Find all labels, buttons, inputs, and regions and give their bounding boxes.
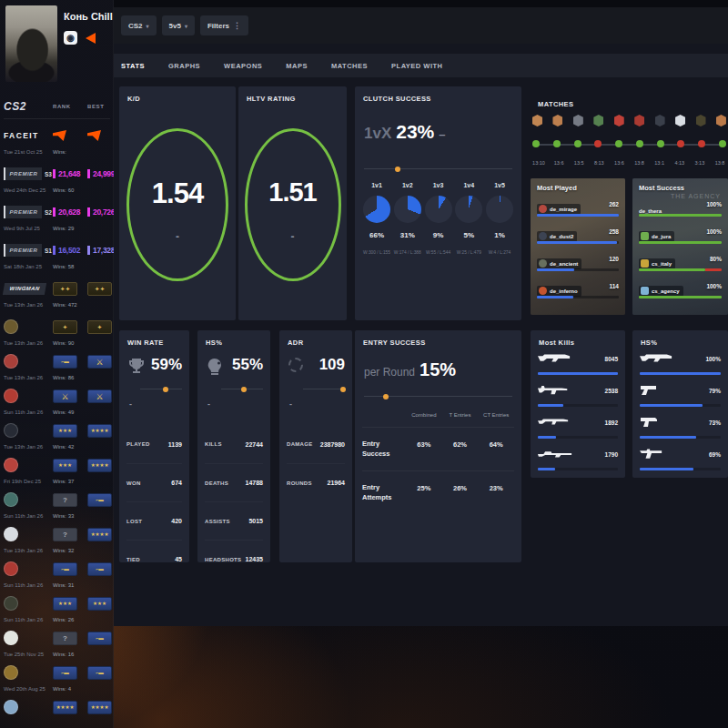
rank-badge: ✦ [53,320,77,334]
background-signage-text: THE AGENCY [671,193,721,199]
match-map-icon[interactable] [593,115,603,126]
match-result-dot[interactable] [615,140,622,147]
weapon-value: 79% [709,388,721,394]
map-row[interactable]: de_ancient 120 [537,255,619,271]
sidebar-row-map[interactable]: ★★★★★★★★ [0,695,114,728]
match-map-icon[interactable] [655,115,665,126]
rank-badge: ? [53,632,77,645]
weapon-hs-card: HS% 100% 79% 73% 69% [632,330,728,478]
match-map-icon[interactable] [614,115,624,126]
map-icon [4,527,18,541]
sidebar-row-premier-s2[interactable]: PREMIERS2 20,628 20,726 Wed 9th Jul 25 W… [0,200,114,238]
sidebar-row-map[interactable]: ★★★★★★★Tue 13th Jan 26Wins: 42 [0,419,114,453]
sidebar-row-map[interactable]: ★★★★★★Sun 11th Jan 26Wins: 26 [0,592,114,626]
most-played-panel: Most Played de_mirage 262 de_dust2 258 d… [531,178,625,315]
best-badge: ⌐▬ [87,666,112,680]
entry-slider[interactable] [364,396,512,397]
map-row[interactable]: de_thera 100% [639,200,722,217]
sidebar-row-map[interactable]: ⌐▬⌐▬Wed 20th Aug 25Wins: 4 [0,661,114,695]
win-rate-slider[interactable] [140,389,182,389]
faceit-rank-icon [53,130,66,141]
filters-button[interactable]: Filters⋮ [200,15,248,35]
bar-track [640,468,721,470]
match-map-icon[interactable] [696,115,706,126]
adr-slider[interactable] [303,389,345,389]
sidebar-row-map[interactable]: ?⌐▬Tue 25th Nov 25Wins: 16 [0,626,114,661]
profile-avatar[interactable] [5,5,57,82]
game-select[interactable]: CS2▾ [121,15,157,35]
match-score: 4:13 [673,160,686,166]
mode-select[interactable]: 5v5▾ [162,15,195,35]
sidebar-row-map[interactable]: ⚔⚔Sun 11th Jan 26Wins: 49 [0,384,114,419]
match-result-dot[interactable] [574,140,581,147]
clutch-slider[interactable] [364,168,512,169]
faceit-best-icon [87,130,101,141]
sidebar-row-map[interactable]: ⌐▬⚔Tue 13th Jan 26Wins: 86 [0,349,114,384]
match-map-icon[interactable] [675,115,685,126]
tab-played-with[interactable]: PLAYED WITH [391,62,442,70]
match-result-dot[interactable] [594,140,602,147]
tab-maps[interactable]: MAPS [286,62,308,70]
match-map-icon[interactable] [573,115,583,126]
row-wins: Wins: 472 [53,302,87,308]
rank-badge: ⌐▬ [53,666,77,680]
sidebar-row-wingman[interactable]: WINGMAN ✦✦ ✦✦ Tue 13th Jan 26 Wins: 472 [0,277,114,315]
sidebar-row-map[interactable]: ★★★★★★★Fri 19th Dec 25Wins: 37 [0,453,114,488]
season-label: S2 [45,209,52,216]
kd-card: K/D 1.54 - [119,86,236,320]
sidebar-row-map[interactable]: ?★★★★Tue 13th Jan 26Wins: 32 [0,522,114,557]
stat-row: ROUNDS21964 [287,463,345,501]
match-map-icon[interactable] [634,115,644,126]
pie-chart [394,196,421,223]
season-label: S3 [45,171,52,177]
stat-row: WON674 [126,463,182,501]
hs-slider[interactable] [221,389,263,389]
steam-icon[interactable]: ◉ [64,31,77,45]
stat-row: DAMAGE2387980 [287,425,345,463]
filters-button-label: Filters [207,22,229,30]
rank-column-header: RANK [53,104,87,109]
card-title: HS% [641,339,657,347]
clutch-pct: 9% [424,231,453,239]
map-row[interactable]: cs_italy 80% [639,255,722,271]
match-result-dot[interactable] [698,140,705,147]
match-map-icon[interactable] [716,115,726,126]
map-name: de_dust2 [550,234,573,239]
map-row[interactable]: de_mirage 262 [537,200,619,217]
sidebar-row-premier-s1[interactable]: PREMIERS1 16,502 17,328 Sat 18th Jan 25 … [0,238,114,277]
rank-badge: ⌐▬ [53,562,77,576]
adr-card: ADR 109 - DAMAGE2387980 ROUNDS21964 [279,330,352,562]
best-badge: ✦✦ [87,282,112,296]
match-result-dot[interactable] [553,140,561,147]
tab-stats[interactable]: STATS [121,62,145,70]
sidebar-row-map[interactable]: ?⌐▬Sun 11th Jan 26Wins: 33 [0,488,114,522]
match-map-icons [532,115,726,126]
match-result-dot[interactable] [636,140,643,147]
match-result-dot[interactable] [719,140,726,147]
match-map-icon[interactable] [532,115,542,126]
match-map-icon[interactable] [552,115,562,126]
match-result-dot[interactable] [677,140,684,147]
player-name: Конь Chill [64,11,113,22]
tab-matches[interactable]: MATCHES [331,62,368,70]
sidebar-row-faceit[interactable]: FACEIT Tue 21st Oct 25 Wins: [0,124,114,162]
map-row[interactable]: de_dust2 258 [537,228,619,244]
map-row[interactable]: de_inferno 114 [537,282,619,298]
entry-pct: 62% [442,440,479,449]
map-row[interactable]: de_jura 100% [639,228,722,244]
matches-title: MATCHES [538,100,573,108]
map-row[interactable]: cs_agency 100% [639,282,722,298]
usp-icon [640,384,658,400]
sidebar-row-map[interactable]: ✦✦Tue 13th Jan 26Wins: 90 [0,315,114,349]
sidebar-row-premier-s3[interactable]: PREMIERS3 21,648 24,999 Wed 24th Dec 25 … [0,162,114,200]
match-result-dot[interactable] [532,140,540,147]
tab-weapons[interactable]: WEAPONS [224,62,262,70]
match-result-dot[interactable] [657,140,664,147]
sidebar-row-map[interactable]: ⌐▬⌐▬Sun 11th Jan 26Wins: 31 [0,557,114,592]
map-icon [4,561,18,576]
faceit-icon[interactable] [86,33,96,44]
bar-track [538,436,618,439]
bar-track [639,241,722,244]
bar-fill [537,296,573,298]
tab-graphs[interactable]: GRAPHS [168,62,200,70]
